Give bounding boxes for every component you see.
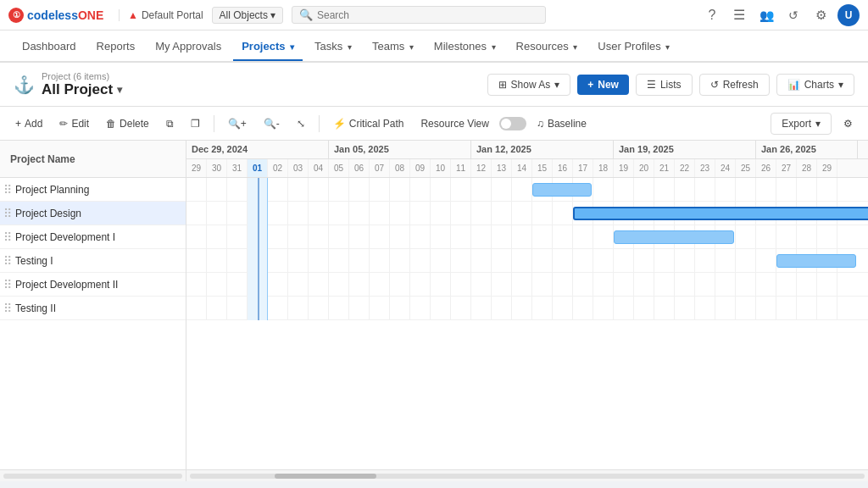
gantt-row[interactable]: ⠿ Project Development II ⋯ [0, 273, 186, 297]
chevron-down-icon[interactable]: ▾ [117, 84, 122, 96]
gantt-cell [471, 202, 492, 225]
day-cell: 02 [268, 159, 288, 177]
gantt-cell [370, 225, 390, 249]
gantt-cell [736, 297, 756, 320]
gantt-cell [492, 249, 512, 273]
gantt-cell [268, 297, 288, 320]
gantt-cell [410, 202, 431, 225]
nav-dashboard[interactable]: Dashboard [14, 33, 85, 61]
lists-button[interactable]: ☰ Lists [636, 74, 693, 96]
gantt-cell [268, 249, 288, 273]
chevron-down-icon: ▾ [554, 79, 559, 91]
all-objects-dropdown[interactable]: All Objects ▾ [212, 7, 283, 24]
duplicate-button[interactable]: ❐ [184, 114, 207, 133]
day-cell: 18 [593, 159, 614, 177]
fit-button[interactable]: ⤡ [290, 114, 312, 133]
help-icon[interactable]: ? [702, 5, 722, 25]
gantt-cell [573, 225, 593, 249]
settings-button[interactable]: ⚙ [837, 114, 860, 133]
gantt-cell [675, 297, 695, 320]
show-as-button[interactable]: ⊞ Show As ▾ [487, 74, 571, 96]
gantt-cell [268, 178, 288, 202]
gantt-bar[interactable] [573, 207, 868, 220]
export-button[interactable]: Export ▾ [771, 113, 832, 135]
week-label: Dec 29, 2024 [186, 141, 329, 158]
gantt-row[interactable]: ⠿ Testing I ⋯ [0, 249, 186, 273]
gantt-cell [492, 273, 512, 297]
gantt-body-row[interactable] [186, 202, 868, 225]
page-header-right: ⊞ Show As ▾ + New ☰ Lists ↺ Refresh 📊 Ch… [487, 74, 854, 96]
gantt-bar[interactable] [532, 183, 592, 197]
gantt-cell [654, 178, 675, 202]
gantt-cell [675, 249, 695, 273]
copy-button[interactable]: ⧉ [159, 114, 181, 133]
gantt-cell [512, 225, 532, 249]
gantt-cell [736, 273, 756, 297]
day-cell: 24 [715, 159, 736, 177]
brand-logo[interactable]: ① codelessONE [8, 8, 110, 23]
right-scroll-thumb[interactable] [275, 474, 376, 479]
gantt-body-row[interactable] [186, 273, 868, 297]
baseline-button[interactable]: ♫ Baseline [530, 114, 593, 133]
gantt-cell [329, 249, 349, 273]
gantt-cell [451, 225, 471, 249]
edit-button[interactable]: ✏ Edit [53, 114, 96, 133]
row-label: Project Development II [15, 279, 170, 291]
right-scroll[interactable] [186, 470, 868, 481]
gantt-cell [349, 249, 370, 273]
gantt-body-row[interactable] [186, 225, 868, 249]
gantt-right-panel[interactable]: Dec 29, 2024Jan 05, 2025Jan 12, 2025Jan … [186, 141, 868, 469]
nav-resources[interactable]: Resources ▾ [508, 33, 587, 61]
menu-icon[interactable]: ☰ [729, 5, 749, 25]
week-label: Jan 12, 2025 [471, 141, 614, 158]
gantt-cell [492, 202, 512, 225]
charts-button[interactable]: 📊 Charts ▾ [776, 74, 854, 96]
bottom-scrollbar[interactable] [0, 469, 868, 481]
delete-button[interactable]: 🗑 Delete [99, 114, 156, 133]
avatar[interactable]: U [837, 4, 860, 26]
day-cell: 13 [492, 159, 512, 177]
gantt-row[interactable]: ⠿ Project Planning ⋯ [0, 178, 186, 202]
gantt-bar[interactable] [776, 254, 856, 268]
gantt-row[interactable]: ⠿ Project Design ⋯ [0, 202, 186, 225]
nav-reports[interactable]: Reports [88, 33, 144, 61]
nav-my-approvals[interactable]: My Approvals [147, 33, 230, 61]
nav-projects[interactable]: Projects ▾ [233, 33, 303, 61]
portal-section[interactable]: ▲ Default Portal [119, 9, 203, 21]
resource-view-toggle[interactable] [499, 117, 526, 130]
critical-path-button[interactable]: ⚡ Critical Path [326, 114, 411, 133]
refresh-button[interactable]: ↺ Refresh [699, 74, 770, 96]
gantt-bar[interactable] [614, 230, 734, 244]
zoom-out-button[interactable]: 🔍- [257, 114, 287, 133]
day-cell: 10 [431, 159, 451, 177]
gantt-cell [675, 178, 695, 202]
settings-icon[interactable]: ⚙ [810, 5, 831, 25]
zoom-in-button[interactable]: 🔍+ [221, 114, 253, 133]
nav-milestones[interactable]: Milestones ▾ [426, 33, 504, 61]
gantt-body-row[interactable] [186, 178, 868, 202]
gantt-body-row[interactable] [186, 249, 868, 273]
gantt-cell [410, 225, 431, 249]
add-button[interactable]: + Add [8, 114, 49, 133]
resource-view-button[interactable]: Resource View [414, 114, 495, 133]
nav-tasks[interactable]: Tasks ▾ [306, 33, 360, 61]
gantt-cell [593, 273, 614, 297]
search-input[interactable] [317, 9, 538, 21]
gantt-cell [207, 202, 227, 225]
nav-user-profiles[interactable]: User Profiles ▾ [589, 33, 678, 61]
toolbar: + Add ✏ Edit 🗑 Delete ⧉ ❐ 🔍+ 🔍- ⤡ ⚡ Crit… [0, 107, 868, 141]
gantt-cell [695, 249, 715, 273]
day-cell: 27 [776, 159, 797, 177]
gantt-body-row[interactable] [186, 297, 868, 320]
gantt-cell [349, 297, 370, 320]
plus-icon: + [587, 79, 593, 91]
brand-icon: ① [8, 8, 24, 23]
new-button[interactable]: + New [577, 75, 629, 95]
gantt-cell [797, 225, 817, 249]
gantt-row[interactable]: ⠿ Project Development I ⋯ [0, 225, 186, 249]
search-bar[interactable]: 🔍 [292, 6, 546, 24]
users-icon[interactable]: 👥 [756, 5, 776, 25]
gantt-row[interactable]: ⠿ Testing II ⋯ [0, 297, 186, 320]
nav-teams[interactable]: Teams ▾ [364, 33, 422, 61]
history-icon[interactable]: ↺ [783, 5, 804, 25]
